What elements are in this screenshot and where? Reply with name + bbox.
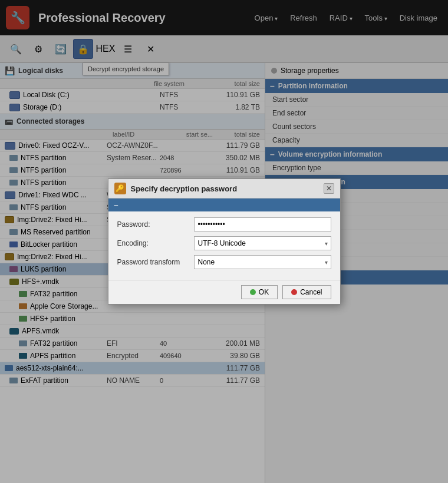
ok-button[interactable]: OK [241,285,278,299]
ok-dot [250,289,256,295]
ok-label: OK [259,288,269,296]
password-label: Password: [117,220,194,229]
decryption-modal: 🔑 Specify decryption password ✕ – Passwo… [108,178,341,305]
modal-footer: OK Cancel [108,280,340,304]
transform-row: Password transform None MD5 SHA-1 SHA-25… [117,255,331,269]
transform-select[interactable]: None MD5 SHA-1 SHA-256 [194,255,331,269]
modal-icon: 🔑 [114,183,126,194]
password-row: Password: [117,217,331,231]
modal-section-bar: – [108,199,340,211]
cancel-label: Cancel [300,288,322,296]
transform-label: Password transform [117,258,194,266]
modal-title: Specify decryption password [131,184,238,193]
modal-close-button[interactable]: ✕ [324,183,334,194]
cancel-button[interactable]: Cancel [282,285,331,299]
modal-titlebar: 🔑 Specify decryption password ✕ [108,179,340,199]
password-input[interactable] [194,217,331,231]
modal-form: Password: Encoding: UTF-8 Unicode UTF-16… [108,211,340,280]
modal-body: – Password: Encoding: UTF-8 Unicode UTF-… [108,199,340,280]
encoding-label: Encoding: [117,239,194,247]
cancel-dot [291,289,297,295]
modal-overlay: 🔑 Specify decryption password ✕ – Passwo… [0,0,448,483]
encoding-select[interactable]: UTF-8 Unicode UTF-16 Unicode ASCII Latin… [194,236,331,250]
encoding-row: Encoding: UTF-8 Unicode UTF-16 Unicode A… [117,236,331,250]
